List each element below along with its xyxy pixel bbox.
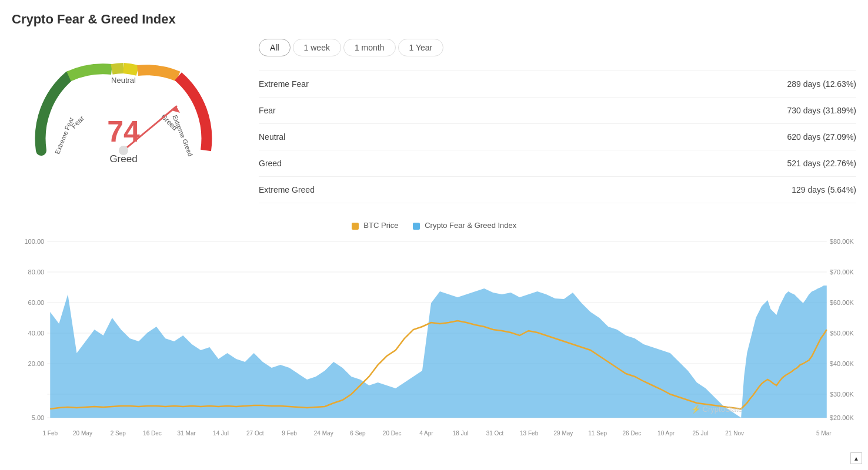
time-btn-1week[interactable]: 1 week <box>293 39 341 56</box>
svg-text:10 Apr: 10 Apr <box>657 430 675 437</box>
svg-text:26 Dec: 26 Dec <box>623 430 642 437</box>
svg-text:1 Feb: 1 Feb <box>42 430 58 437</box>
gauge-container: Neutral Fear Greed Extreme Fear Extreme … <box>12 39 235 168</box>
chart-wrapper: 100.00 80.00 60.00 40.00 20.00 5.00 $80.… <box>12 236 856 447</box>
legend-fgi-dot <box>413 223 420 230</box>
svg-text:14 Jul: 14 Jul <box>213 430 229 437</box>
svg-text:100.00: 100.00 <box>24 238 44 245</box>
svg-text:4 Apr: 4 Apr <box>419 430 433 437</box>
svg-text:80.00: 80.00 <box>28 268 45 276</box>
stat-label-extreme-greed: Extreme Greed <box>259 185 315 194</box>
stat-row-fear: Fear 730 days (31.89%) <box>259 98 856 124</box>
stats-panel: All 1 week 1 month 1 Year Extreme Fear 2… <box>259 39 856 203</box>
stat-value-extreme-fear: 289 days (12.63%) <box>787 79 856 89</box>
blue-area-chart <box>50 286 827 418</box>
svg-text:20 Dec: 20 Dec <box>383 430 402 437</box>
watermark: ⚡ CryptoSlate <box>691 404 743 414</box>
stat-label-fear: Fear <box>259 106 276 115</box>
svg-text:13 Feb: 13 Feb <box>520 430 539 437</box>
stat-label-neutral: Neutral <box>259 132 285 142</box>
scroll-up-arrow[interactable]: ▲ <box>850 452 862 459</box>
svg-text:$50.00K: $50.00K <box>830 330 854 337</box>
gauge-svg: Neutral Fear Greed Extreme Fear Extreme … <box>12 39 235 168</box>
stat-row-extreme-fear: Extreme Fear 289 days (12.63%) <box>259 70 856 98</box>
extreme-greed-label: Extreme Greed <box>171 114 194 157</box>
legend-btc-dot <box>352 223 359 230</box>
stat-value-extreme-greed: 129 days (5.64%) <box>792 185 856 194</box>
stat-row-extreme-greed: Extreme Greed 129 days (5.64%) <box>259 177 856 203</box>
page-title: Crypto Fear & Greed Index <box>12 12 856 27</box>
svg-text:20.00: 20.00 <box>28 360 45 367</box>
svg-text:60.00: 60.00 <box>28 299 45 306</box>
svg-text:$30.00K: $30.00K <box>830 391 854 398</box>
stat-value-neutral: 620 days (27.09%) <box>787 132 856 142</box>
svg-text:29 May: 29 May <box>553 430 573 437</box>
gauge-value: 74 <box>107 115 140 148</box>
svg-text:$80.00K: $80.00K <box>830 238 854 245</box>
stats-list: Extreme Fear 289 days (12.63%) Fear 730 … <box>259 70 856 203</box>
svg-text:$60.00K: $60.00K <box>830 299 854 306</box>
stat-value-fear: 730 days (31.89%) <box>787 106 856 115</box>
legend-fgi-label: Crypto Fear & Greed Index <box>425 221 516 230</box>
legend-btc: BTC Price <box>352 221 399 230</box>
svg-text:$70.00K: $70.00K <box>830 268 854 276</box>
svg-text:25 Jul: 25 Jul <box>692 430 708 437</box>
time-btn-1month[interactable]: 1 month <box>343 39 396 56</box>
svg-text:20 May: 20 May <box>73 430 92 437</box>
neutral-label: Neutral <box>111 76 136 85</box>
svg-text:16 Dec: 16 Dec <box>143 430 162 437</box>
stat-row-neutral: Neutral 620 days (27.09%) <box>259 124 856 150</box>
svg-text:5 Mar: 5 Mar <box>816 430 832 437</box>
svg-text:$40.00K: $40.00K <box>830 360 854 367</box>
time-buttons: All 1 week 1 month 1 Year <box>259 39 856 56</box>
svg-text:21 Nov: 21 Nov <box>725 430 744 437</box>
svg-text:18 Jul: 18 Jul <box>453 430 469 437</box>
svg-text:40.00: 40.00 <box>28 330 45 337</box>
svg-text:11 Sep: 11 Sep <box>588 430 607 437</box>
chart-section: BTC Price Crypto Fear & Greed Index 100.… <box>12 221 856 447</box>
stat-row-greed: Greed 521 days (22.76%) <box>259 150 856 177</box>
time-btn-1year[interactable]: 1 Year <box>398 39 444 56</box>
stat-value-greed: 521 days (22.76%) <box>787 159 856 168</box>
svg-text:9 Feb: 9 Feb <box>282 430 297 437</box>
svg-text:6 Sep: 6 Sep <box>350 430 366 437</box>
svg-text:31 Mar: 31 Mar <box>178 430 196 437</box>
gauge-needle-head <box>172 106 180 113</box>
chart-legend: BTC Price Crypto Fear & Greed Index <box>12 221 856 230</box>
svg-text:5.00: 5.00 <box>32 414 44 421</box>
legend-fgi: Crypto Fear & Greed Index <box>413 221 517 230</box>
gauge-label-text: Greed <box>109 153 137 164</box>
legend-btc-label: BTC Price <box>363 221 398 230</box>
extreme-fear-label: Extreme Fear <box>54 116 75 155</box>
main-chart-svg: 100.00 80.00 60.00 40.00 20.00 5.00 $80.… <box>12 236 856 447</box>
svg-text:27 Oct: 27 Oct <box>246 430 264 437</box>
svg-text:2 Sep: 2 Sep <box>111 430 126 437</box>
stat-label-greed: Greed <box>259 159 282 168</box>
svg-text:31 Oct: 31 Oct <box>486 430 504 437</box>
svg-text:24 May: 24 May <box>314 430 333 437</box>
stat-label-extreme-fear: Extreme Fear <box>259 79 309 89</box>
svg-text:$20.00K: $20.00K <box>830 414 854 421</box>
time-btn-all[interactable]: All <box>259 39 291 56</box>
